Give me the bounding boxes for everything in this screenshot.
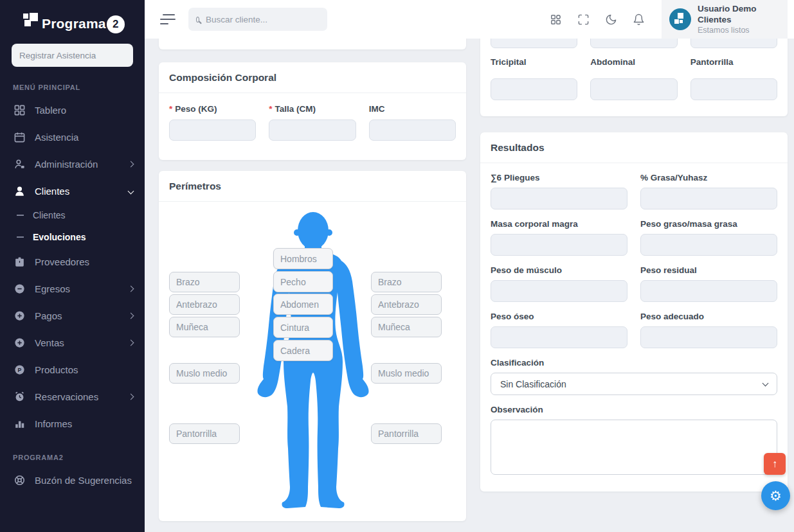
brazo-izq-input[interactable] (169, 272, 240, 292)
chevron-right-icon (128, 393, 134, 400)
chevron-down-icon (128, 188, 134, 194)
cintura-input[interactable] (273, 317, 333, 338)
fullscreen-icon[interactable] (577, 13, 590, 26)
scroll-to-top-button[interactable]: ↑ (764, 453, 786, 475)
pliegue-input-cut[interactable] (690, 39, 777, 48)
pantorrilla-pliegue-input[interactable] (690, 78, 777, 100)
peso-adecuado-input[interactable] (640, 326, 777, 348)
pantorrilla-der-input[interactable] (371, 423, 442, 444)
pantorrilla-izq-input[interactable] (169, 423, 240, 444)
pliegue-input-cut[interactable] (491, 39, 577, 48)
pliegue-input-cut[interactable] (590, 39, 677, 48)
hombros-input[interactable] (273, 248, 333, 269)
masa-magra-label: Masa corporal magra (491, 219, 627, 229)
brazo-der-input[interactable] (371, 272, 442, 292)
apps-grid-icon[interactable] (549, 13, 562, 26)
brand-squares-icon (23, 13, 39, 30)
peso-residual-label: Peso residual (640, 265, 777, 275)
peso-musculo-input[interactable] (491, 280, 627, 302)
muslo-medio-der-input[interactable] (371, 363, 442, 384)
composicion-corporal-card: Composición Corporal *Peso (KG) *Talla (… (159, 62, 466, 160)
chevron-down-icon (762, 380, 769, 386)
card-title: Resultados (491, 142, 545, 153)
masa-magra-input[interactable] (491, 234, 627, 256)
clasificacion-select[interactable]: Sin Clasificación (491, 373, 777, 395)
muslo-medio-izq-input[interactable] (169, 363, 240, 384)
imc-input[interactable] (369, 120, 456, 141)
grid-icon (13, 103, 26, 116)
sidebar-item-pagos[interactable]: Pagos (0, 302, 145, 329)
peso-musculo-label: Peso de músculo (491, 265, 627, 275)
talla-input[interactable] (269, 120, 356, 141)
sidebar-item-ventas[interactable]: Ventas (0, 329, 145, 356)
menu-toggle-button[interactable] (160, 12, 177, 28)
talla-label: *Talla (CM) (269, 104, 356, 114)
sidebar-item-proveedores[interactable]: Proveedores (0, 248, 145, 275)
cadera-input[interactable] (273, 340, 333, 361)
user-menu[interactable]: Usuario Demo Clientes Estamos listos (662, 0, 788, 39)
sidebar-item-tablero[interactable]: Tablero (0, 96, 145, 123)
plus-circle-icon (13, 309, 26, 322)
menu-section-label: MENÚ PRINCIPAL (13, 84, 145, 91)
brand-logo: Programa 2 (0, 0, 145, 33)
tricipital-input[interactable] (491, 78, 577, 100)
pliegues-card: Tricipital Abdominal Pantorrilla (480, 39, 788, 116)
observacion-label: Observación (491, 405, 777, 414)
footer-section-label: PROGRAMA2 (13, 454, 145, 461)
alarm-clock-icon (13, 390, 26, 403)
abdomen-input[interactable] (273, 294, 333, 315)
peso-adecuado-label: Peso adecuado (640, 312, 777, 321)
sidebar-subitem-evoluciones[interactable]: Evoluciones (0, 226, 145, 248)
chevron-right-icon (128, 312, 134, 319)
sidebar-item-administracion[interactable]: Administración (0, 150, 145, 177)
tricipital-label: Tricipital (491, 57, 577, 67)
muneca-der-input[interactable] (371, 317, 442, 337)
abdominal-input[interactable] (590, 78, 677, 100)
client-search-input[interactable] (206, 15, 320, 24)
minus-circle-icon (13, 282, 26, 295)
bar-chart-icon (13, 417, 26, 430)
sidebar-item-productos[interactable]: P Productos (0, 356, 145, 383)
sum6-pliegues-label: ∑6 Pliegues (491, 173, 627, 182)
peso-graso-input[interactable] (640, 234, 777, 256)
sidebar: Programa 2 MENÚ PRINCIPAL Tablero Asiste… (0, 0, 145, 532)
antebrazo-der-input[interactable] (371, 294, 442, 315)
muneca-izq-input[interactable] (169, 317, 240, 337)
arrow-up-icon: ↑ (772, 458, 777, 470)
topbar: Usuario Demo Clientes Estamos listos (145, 0, 794, 39)
sidebar-item-informes[interactable]: Informes (0, 410, 145, 437)
peso-graso-label: Peso graso/masa grasa (640, 219, 777, 229)
register-attendance-box (12, 44, 133, 67)
sidebar-item-buzon-sugerencias[interactable]: Buzón de Sugerencias (0, 466, 145, 493)
sidebar-item-asistencia[interactable]: Asistencia (0, 123, 145, 150)
brand-badge: 2 (107, 15, 125, 33)
register-attendance-input[interactable] (12, 51, 133, 60)
peso-input[interactable] (169, 120, 256, 141)
dash-icon (17, 215, 24, 216)
p-circle-icon: P (13, 363, 26, 376)
observacion-textarea[interactable] (491, 420, 777, 475)
sidebar-subitem-clientes[interactable]: Clientes (0, 204, 145, 226)
card-title: Perímetros (169, 181, 221, 191)
pecho-input[interactable] (273, 271, 333, 292)
user-status: Estamos listos (698, 26, 780, 35)
dark-mode-moon-icon[interactable] (604, 13, 617, 26)
peso-oseo-input[interactable] (491, 326, 627, 348)
peso-residual-input[interactable] (640, 280, 777, 302)
antebrazo-izq-input[interactable] (169, 294, 240, 315)
sidebar-item-reservaciones[interactable]: Reservaciones (0, 383, 145, 410)
brand-name: Programa (42, 16, 106, 31)
right-column: Tricipital Abdominal Pantorrilla Resulta… (480, 39, 788, 532)
sum6-pliegues-input[interactable] (491, 188, 627, 209)
chevron-right-icon (128, 161, 134, 167)
settings-fab-button[interactable]: ⚙ (761, 481, 790, 510)
sidebar-item-egresos[interactable]: Egresos (0, 275, 145, 302)
chevron-right-icon (128, 285, 134, 292)
abdominal-label: Abdominal (590, 57, 677, 67)
grasa-yuhasz-input[interactable] (640, 188, 777, 209)
sidebar-item-clientes[interactable]: Clientes (0, 177, 145, 204)
left-column: Composición Corporal *Peso (KG) *Talla (… (159, 39, 466, 532)
notifications-bell-icon[interactable] (632, 13, 645, 26)
clasificacion-label: Clasificación (491, 358, 777, 368)
dash-icon (17, 236, 24, 238)
